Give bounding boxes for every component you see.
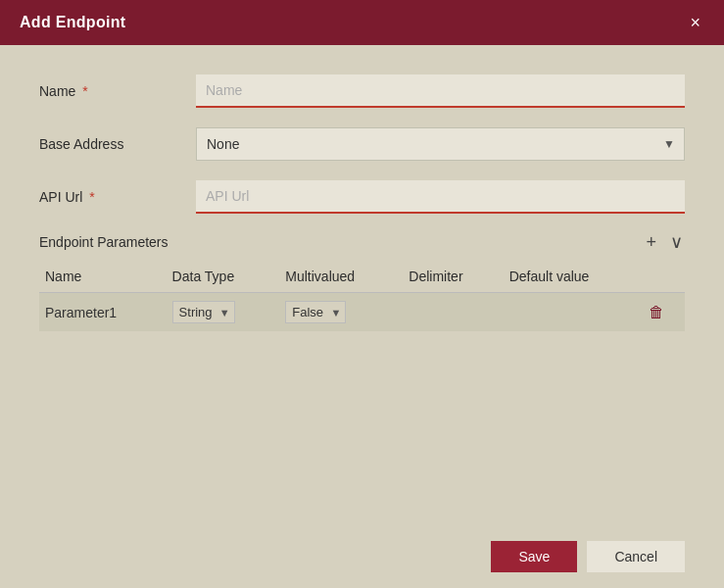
datatype-select[interactable]: String (172, 301, 235, 323)
base-address-select-wrapper: None ▼ (196, 127, 685, 161)
api-url-required-indicator: * (89, 189, 94, 205)
endpoint-params-label: Endpoint Parameters (39, 234, 169, 250)
col-datatype: Data Type (167, 261, 280, 293)
param-name-cell: Parameter1 (39, 293, 167, 332)
params-actions: + ∨ (644, 233, 685, 251)
dialog-body: Name * Base Address None ▼ API Url * (0, 45, 724, 525)
param-multivalued-cell: False True ▼ (279, 293, 403, 332)
multivalued-select[interactable]: False True (285, 301, 346, 323)
dialog-header: Add Endpoint × (0, 0, 724, 45)
delete-param-button[interactable]: 🗑 (649, 304, 664, 321)
endpoint-params-section: Endpoint Parameters + ∨ (39, 233, 685, 251)
cancel-button[interactable]: Cancel (587, 541, 685, 572)
dialog-title: Add Endpoint (20, 14, 125, 31)
table-header-row: Name Data Type Multivalued Delimiter Def… (39, 261, 685, 293)
base-address-select[interactable]: None (196, 127, 685, 161)
name-row: Name * (39, 74, 685, 108)
param-defaultvalue-cell (504, 293, 644, 332)
add-endpoint-dialog: Add Endpoint × Name * Base Address None … (0, 0, 724, 588)
name-required-indicator: * (82, 83, 87, 99)
datatype-select-wrapper: String ▼ (172, 301, 235, 323)
table-row: Parameter1 String ▼ False (39, 293, 685, 332)
save-button[interactable]: Save (491, 541, 577, 572)
name-input[interactable] (196, 74, 685, 108)
api-url-row: API Url * (39, 180, 685, 214)
multivalued-select-wrapper: False True ▼ (285, 301, 346, 323)
close-button[interactable]: × (686, 14, 704, 31)
base-address-label: Base Address (39, 136, 196, 152)
add-param-button[interactable]: + (644, 233, 658, 251)
param-delete-cell: 🗑 (643, 293, 685, 332)
col-multivalued: Multivalued (279, 261, 403, 293)
params-table: Name Data Type Multivalued Delimiter Def… (39, 261, 685, 331)
name-label: Name * (39, 83, 196, 99)
base-address-row: Base Address None ▼ (39, 127, 685, 161)
col-actions (643, 261, 685, 293)
collapse-params-button[interactable]: ∨ (668, 233, 685, 251)
api-url-input[interactable] (196, 180, 685, 214)
dialog-footer: Save Cancel (0, 525, 724, 588)
col-delimiter: Delimiter (403, 261, 503, 293)
param-datatype-cell: String ▼ (167, 293, 280, 332)
api-url-label: API Url * (39, 189, 196, 205)
param-delimiter-cell (403, 293, 503, 332)
col-defaultvalue: Default value (504, 261, 644, 293)
col-name: Name (39, 261, 167, 293)
